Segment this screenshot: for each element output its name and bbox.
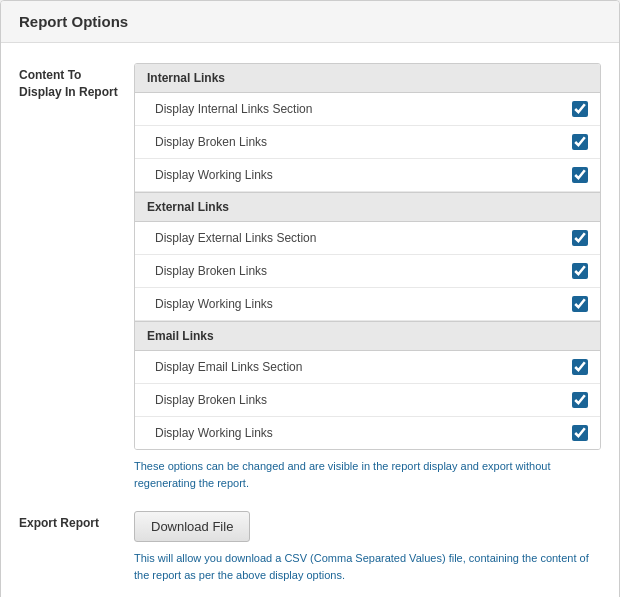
section-header-email: Email Links (135, 321, 600, 351)
option-label-internal_working_links: Display Working Links (155, 168, 273, 182)
checkbox-display_email_links_section[interactable] (572, 359, 588, 375)
option-label-display_email_links_section: Display Email Links Section (155, 360, 302, 374)
content-label: Content To Display In Report (19, 63, 134, 101)
export-helper-text: This will allow you download a CSV (Comm… (134, 550, 601, 583)
export-form-row: Export Report Download File This will al… (19, 511, 601, 583)
checkbox-email_broken_links[interactable] (572, 392, 588, 408)
export-content: Download File This will allow you downlo… (134, 511, 601, 583)
page-title: Report Options (19, 13, 601, 30)
option-label-external_broken_links: Display Broken Links (155, 264, 267, 278)
option-label-display_internal_links_section: Display Internal Links Section (155, 102, 312, 116)
option-label-display_external_links_section: Display External Links Section (155, 231, 316, 245)
checkbox-internal_broken_links[interactable] (572, 134, 588, 150)
checkbox-display_external_links_section[interactable] (572, 230, 588, 246)
option-label-internal_broken_links: Display Broken Links (155, 135, 267, 149)
option-row: Display Broken Links (135, 126, 600, 159)
option-row: Display Working Links (135, 288, 600, 321)
option-label-email_broken_links: Display Broken Links (155, 393, 267, 407)
export-label: Export Report (19, 511, 134, 532)
checkbox-display_internal_links_section[interactable] (572, 101, 588, 117)
options-table: Internal LinksDisplay Internal Links Sec… (134, 63, 601, 450)
option-row: Display Email Links Section (135, 351, 600, 384)
page-container: Report Options Content To Display In Rep… (0, 0, 620, 597)
download-file-button[interactable]: Download File (134, 511, 250, 542)
option-row: Display Working Links (135, 159, 600, 192)
option-row: Display External Links Section (135, 222, 600, 255)
option-row: Display Broken Links (135, 255, 600, 288)
content-form-row: Content To Display In Report Internal Li… (19, 63, 601, 491)
page-body: Content To Display In Report Internal Li… (1, 43, 619, 597)
section-header-internal: Internal Links (135, 64, 600, 93)
checkbox-internal_working_links[interactable] (572, 167, 588, 183)
checkbox-email_working_links[interactable] (572, 425, 588, 441)
options-content: Internal LinksDisplay Internal Links Sec… (134, 63, 601, 491)
checkbox-external_working_links[interactable] (572, 296, 588, 312)
page-header: Report Options (1, 1, 619, 43)
option-label-external_working_links: Display Working Links (155, 297, 273, 311)
option-row: Display Broken Links (135, 384, 600, 417)
options-helper-text: These options can be changed and are vis… (134, 458, 601, 491)
option-label-email_working_links: Display Working Links (155, 426, 273, 440)
checkbox-external_broken_links[interactable] (572, 263, 588, 279)
section-header-external: External Links (135, 192, 600, 222)
option-row: Display Internal Links Section (135, 93, 600, 126)
option-row: Display Working Links (135, 417, 600, 449)
